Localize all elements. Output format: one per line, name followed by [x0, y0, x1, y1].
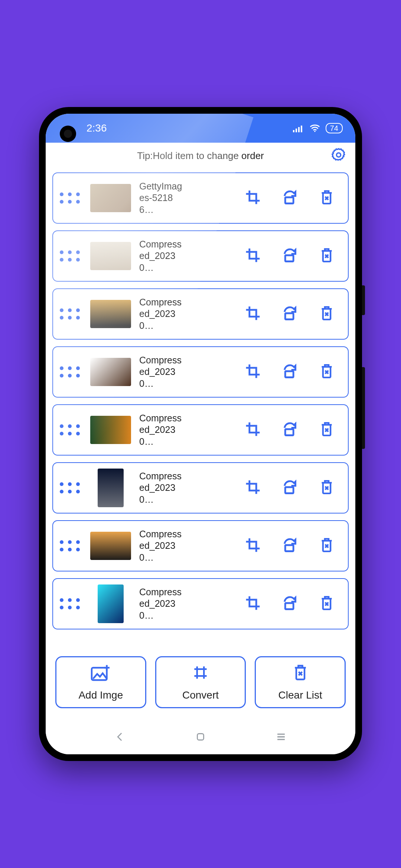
drag-handle-icon[interactable] — [60, 598, 80, 609]
svg-rect-24 — [197, 669, 204, 676]
list-item[interactable]: Compressed_20230… — [52, 520, 349, 571]
delete-button[interactable] — [319, 305, 335, 323]
rotate-button[interactable] — [282, 595, 298, 613]
crop-button[interactable] — [245, 595, 261, 613]
image-thumbnail[interactable] — [90, 358, 131, 386]
drag-handle-icon[interactable] — [60, 366, 80, 378]
item-actions — [245, 537, 341, 555]
rotate-icon — [282, 258, 298, 265]
svg-rect-9 — [285, 255, 293, 262]
list-item[interactable]: Compressed_20230… — [52, 346, 349, 398]
rotate-icon — [282, 548, 298, 554]
crop-icon — [245, 432, 261, 438]
list-item[interactable]: Compressed_20230… — [52, 288, 349, 340]
list-item[interactable]: Compressed_20230… — [52, 404, 349, 456]
wifi-icon — [309, 124, 320, 132]
item-actions — [245, 247, 341, 265]
clear-list-button[interactable]: Clear List — [255, 656, 346, 708]
crop-button[interactable] — [245, 363, 261, 381]
add-image-icon — [90, 664, 111, 684]
crop-button[interactable] — [245, 247, 261, 265]
crop-button[interactable] — [245, 479, 261, 497]
trash-icon — [319, 316, 335, 323]
crop-icon — [245, 548, 261, 554]
phone-frame: 2:36 74 Tip:Hold item to change order — [39, 107, 362, 761]
filename-label: Compressed_20230… — [139, 412, 183, 447]
delete-button[interactable] — [319, 537, 335, 555]
crop-button[interactable] — [245, 189, 261, 207]
filename-label: Compressed_20230… — [139, 354, 183, 389]
drag-handle-icon[interactable] — [60, 482, 80, 493]
add-image-label: Add Imge — [78, 689, 123, 701]
trash-icon — [319, 490, 335, 496]
rotate-button[interactable] — [282, 479, 298, 497]
rotate-button[interactable] — [282, 189, 298, 207]
rotate-button[interactable] — [282, 305, 298, 323]
svg-rect-3 — [301, 126, 302, 132]
trash-icon — [319, 548, 335, 554]
drag-handle-icon[interactable] — [60, 540, 80, 551]
status-time: 2:36 — [87, 122, 107, 134]
drag-handle-icon[interactable] — [60, 424, 80, 435]
android-nav-bar — [46, 721, 355, 754]
settings-button[interactable] — [331, 147, 346, 164]
list-item[interactable]: GettyImages-52186… — [52, 172, 349, 224]
drag-handle-icon[interactable] — [60, 192, 80, 204]
svg-point-6 — [336, 153, 340, 157]
image-thumbnail[interactable] — [98, 584, 124, 623]
item-actions — [245, 363, 341, 381]
nav-home-button[interactable] — [194, 731, 207, 745]
rotate-button[interactable] — [282, 537, 298, 555]
rotate-icon — [282, 432, 298, 438]
image-thumbnail[interactable] — [90, 300, 131, 328]
item-actions — [245, 189, 341, 207]
crop-button[interactable] — [245, 421, 261, 439]
rotate-button[interactable] — [282, 363, 298, 381]
filename-label: Compressed_20230… — [139, 239, 183, 273]
image-thumbnail[interactable] — [90, 242, 131, 270]
nav-recent-button[interactable] — [275, 731, 287, 745]
add-image-button[interactable]: Add Imge — [55, 656, 146, 708]
rotate-icon — [282, 200, 298, 207]
delete-button[interactable] — [319, 421, 335, 439]
list-item[interactable]: Compressed_20230… — [52, 578, 349, 629]
trash-icon — [319, 374, 335, 380]
nav-back-button[interactable] — [114, 731, 126, 745]
image-thumbnail[interactable] — [98, 469, 124, 507]
svg-rect-11 — [285, 313, 293, 320]
delete-button[interactable] — [319, 363, 335, 381]
convert-label: Convert — [182, 689, 219, 701]
delete-button[interactable] — [319, 247, 335, 265]
crop-icon — [245, 258, 261, 265]
convert-button[interactable]: Convert — [155, 656, 246, 708]
rotate-button[interactable] — [282, 247, 298, 265]
crop-button[interactable] — [245, 305, 261, 323]
crop-button[interactable] — [245, 537, 261, 555]
drag-handle-icon[interactable] — [60, 250, 80, 262]
list-item[interactable]: Compressed_20230… — [52, 230, 349, 282]
convert-icon — [190, 664, 211, 684]
rotate-icon — [282, 316, 298, 323]
tip-bar: Tip:Hold item to change order — [46, 143, 355, 169]
trash-icon — [319, 606, 335, 612]
image-thumbnail[interactable] — [90, 184, 131, 212]
drag-handle-icon[interactable] — [60, 308, 80, 320]
delete-button[interactable] — [319, 189, 335, 207]
clear-list-label: Clear List — [278, 689, 322, 701]
filename-label: Compressed_20230… — [139, 586, 183, 621]
battery-indicator: 74 — [326, 123, 343, 133]
list-item[interactable]: Compressed_20230… — [52, 462, 349, 514]
trash-icon — [319, 432, 335, 438]
rotate-button[interactable] — [282, 421, 298, 439]
image-thumbnail[interactable] — [90, 532, 131, 560]
delete-button[interactable] — [319, 479, 335, 497]
trash-icon — [319, 258, 335, 265]
rotate-icon — [282, 490, 298, 496]
filename-label: Compressed_20230… — [139, 528, 183, 563]
image-thumbnail[interactable] — [90, 416, 131, 444]
item-actions — [245, 595, 341, 613]
delete-button[interactable] — [319, 595, 335, 613]
image-list[interactable]: GettyImages-52186…Compressed_20230…Compr… — [46, 169, 355, 647]
phone-side-button-lower — [362, 367, 365, 449]
svg-rect-17 — [285, 487, 293, 493]
